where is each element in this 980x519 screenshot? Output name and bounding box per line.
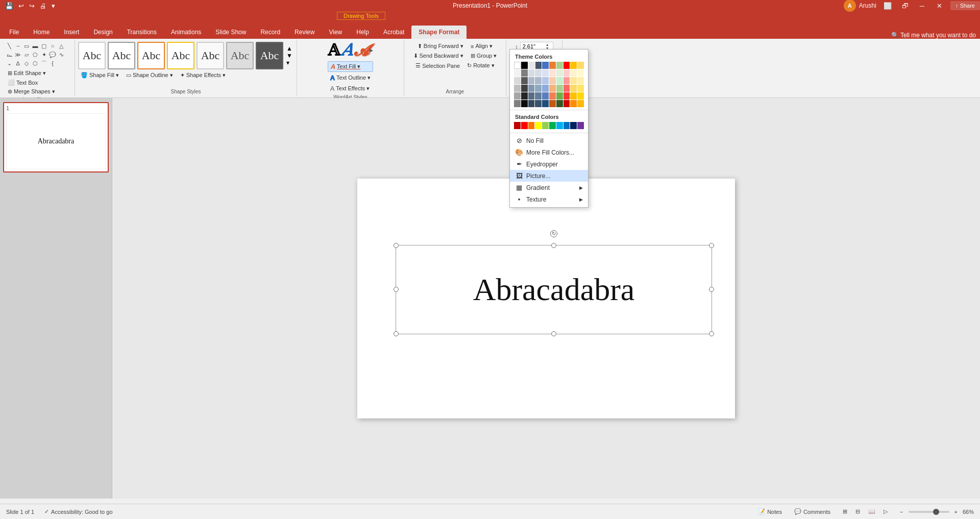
tab-design[interactable]: Design	[86, 26, 119, 39]
shape-more[interactable]: ≫	[14, 51, 22, 59]
cs-1-1[interactable]	[514, 69, 521, 77]
std-yellow[interactable]	[535, 122, 542, 129]
shape-brace[interactable]: {	[48, 59, 57, 67]
shape-rounded-rect[interactable]: ▢	[40, 42, 48, 50]
text-box[interactable]: ↻ Abracadabra	[396, 245, 712, 334]
shape-rect2[interactable]: ▬	[31, 42, 39, 50]
handle-bottom-left[interactable]	[394, 331, 399, 336]
align-button[interactable]: ≡ Align ▾	[468, 42, 495, 51]
color-slate[interactable]	[535, 62, 542, 69]
text-effects-button[interactable]: A Text Effects ▾	[328, 84, 374, 93]
wordart-scroll[interactable]: ▸	[370, 46, 373, 54]
tab-animations[interactable]: Animations	[164, 26, 208, 39]
group-button[interactable]: ⊞ Group ▾	[468, 52, 500, 60]
zoom-slider-thumb[interactable]	[933, 509, 939, 515]
color-blue[interactable]	[542, 62, 549, 69]
wordart-letter-black[interactable]: 𝔸	[328, 42, 340, 58]
handle-bottom-center[interactable]	[551, 331, 556, 336]
cs-2-10[interactable]	[577, 77, 584, 84]
notes-button[interactable]: 📝 Notes	[755, 507, 785, 516]
save-button[interactable]: 💾	[4, 1, 14, 11]
wordart-letter-orange[interactable]: 𝒜	[354, 42, 369, 58]
redo-button[interactable]: ↪	[28, 1, 36, 11]
shape-circle[interactable]: ○	[48, 42, 57, 50]
search-bar[interactable]: 🔍 Tell me what you want to do	[891, 32, 976, 39]
share-button[interactable]: ↑ Share	[950, 1, 980, 10]
bring-forward-button[interactable]: ⬆ Bring Forward ▾	[415, 42, 466, 51]
cs-4-2[interactable]	[521, 92, 528, 100]
text-outline-button[interactable]: A Text Outline ▾	[328, 73, 374, 83]
std-blue[interactable]	[564, 122, 570, 129]
std-cyan[interactable]	[556, 122, 563, 129]
selection-pane-button[interactable]: ☰ Selection Pane	[413, 61, 462, 70]
shape-rect[interactable]: ▭	[22, 42, 31, 50]
undo-button[interactable]: ↩	[17, 1, 25, 11]
shape-pentagon2[interactable]: ⬡	[31, 59, 39, 67]
shape-diamond[interactable]: ◇	[22, 59, 31, 67]
cs-1-8[interactable]	[564, 69, 570, 77]
slide-show-button[interactable]: ▷	[880, 507, 891, 516]
text-fill-button[interactable]: A Text Fill ▾	[328, 61, 374, 72]
cs-2-7[interactable]	[556, 77, 563, 84]
shape-outline-button[interactable]: ▭ Shape Outline ▾	[124, 71, 176, 80]
cs-4-8[interactable]	[564, 92, 570, 100]
cs-2-1[interactable]	[514, 77, 521, 84]
merge-shapes-button[interactable]: ⊛ Merge Shapes ▾	[5, 87, 58, 96]
restore-window-button[interactable]: ⬜	[880, 1, 895, 11]
maximize-button[interactable]: 🗗	[899, 1, 912, 11]
edit-shape-button[interactable]: ⊞ Edit Shape ▾	[5, 69, 48, 78]
cs-3-2[interactable]	[521, 85, 528, 92]
shape-style-4[interactable]: Abc	[167, 42, 194, 69]
cs-3-8[interactable]	[564, 85, 570, 92]
cs-4-10[interactable]	[577, 92, 584, 100]
cs-2-4[interactable]	[535, 77, 542, 84]
cs-3-5[interactable]	[542, 85, 549, 92]
std-red[interactable]	[521, 122, 528, 129]
cs-3-10[interactable]	[577, 85, 584, 92]
tab-transitions[interactable]: Transitions	[120, 26, 164, 39]
eyedropper-item[interactable]: ✒ Eyedropper	[510, 158, 588, 170]
cs-1-5[interactable]	[542, 69, 549, 77]
cs-4-6[interactable]	[549, 92, 556, 100]
shape-fill-button[interactable]: 🪣 Shape Fill ▾	[78, 71, 121, 80]
cs-1-3[interactable]	[528, 69, 535, 77]
handle-middle-right[interactable]	[709, 287, 714, 292]
minimize-button[interactable]: ─	[916, 1, 928, 11]
tab-help[interactable]: Help	[349, 26, 376, 39]
std-green[interactable]	[549, 122, 556, 129]
cs-5-2[interactable]	[521, 100, 528, 107]
send-backward-button[interactable]: ⬇ Send Backward ▾	[411, 52, 466, 60]
color-red[interactable]	[564, 62, 570, 69]
cs-2-3[interactable]	[528, 77, 535, 84]
style-scroll[interactable]: ▲ ▼ ▾	[285, 44, 293, 67]
rotate-button[interactable]: ↻ Rotate ▾	[464, 61, 497, 70]
texture-item[interactable]: ▪ Texture ▶	[510, 193, 588, 205]
std-lime[interactable]	[542, 122, 549, 129]
zoom-out-button[interactable]: −	[897, 508, 906, 516]
print-button[interactable]: 🖨	[39, 1, 47, 11]
cs-3-7[interactable]	[556, 85, 563, 92]
reading-view-button[interactable]: 📖	[865, 507, 878, 516]
handle-bottom-right[interactable]	[709, 331, 714, 336]
cs-2-9[interactable]	[570, 77, 577, 84]
handle-top-left[interactable]	[394, 243, 399, 248]
cs-4-4[interactable]	[535, 92, 542, 100]
cs-5-10[interactable]	[577, 100, 584, 107]
normal-view-button[interactable]: ⊞	[840, 507, 850, 516]
shape-chevron[interactable]: ⌳	[5, 51, 13, 59]
cs-1-9[interactable]	[570, 69, 577, 77]
cs-4-5[interactable]	[542, 92, 549, 100]
cs-5-9[interactable]	[570, 100, 577, 107]
color-gold[interactable]	[570, 62, 577, 69]
cs-3-4[interactable]	[535, 85, 542, 92]
cs-4-3[interactable]	[528, 92, 535, 100]
cs-5-4[interactable]	[535, 100, 542, 107]
cs-4-7[interactable]	[556, 92, 563, 100]
zoom-in-button[interactable]: +	[951, 508, 961, 516]
cs-3-1[interactable]	[514, 85, 521, 92]
customize-button[interactable]: ▾	[51, 1, 56, 11]
shape-arrow-line[interactable]: →	[14, 42, 22, 50]
tab-view[interactable]: View	[322, 26, 349, 39]
cs-1-2[interactable]	[521, 69, 528, 77]
color-lightgray[interactable]	[528, 62, 535, 69]
